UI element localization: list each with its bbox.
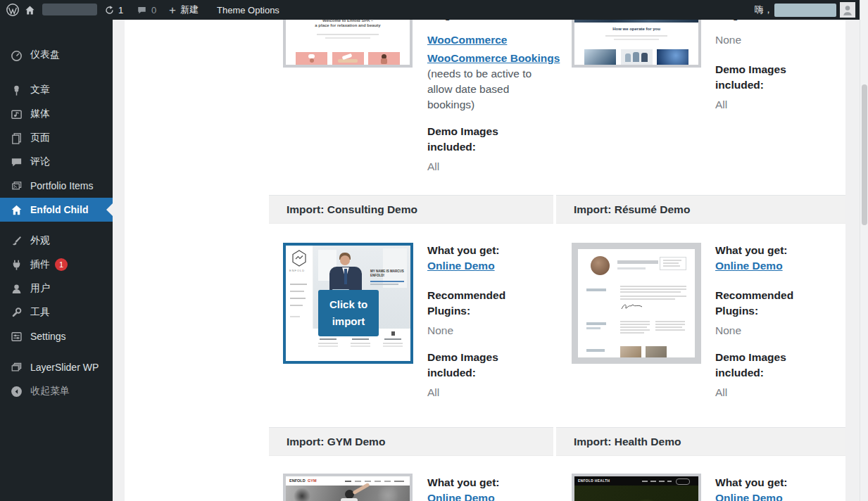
spa-thumb-block-3 — [368, 52, 400, 66]
section-header-resume: Import: Résumé Demo — [556, 195, 845, 224]
sidebar-item-appearance[interactable]: 外观 — [0, 229, 113, 253]
woocommerce-link[interactable]: WooCommerce — [427, 32, 507, 48]
resume-demo-details: What you get: Online Demo Recommended Pl… — [715, 243, 826, 400]
comments-icon — [9, 155, 23, 169]
plugins-value: None — [715, 32, 826, 48]
consulting-thumb-headline: MY NAME IS MARCUS ENFOLD! — [370, 269, 408, 278]
spa-thumb-textbar — [325, 37, 370, 39]
portfolio-icon — [9, 179, 23, 193]
new-label: 新建 — [180, 4, 199, 16]
sidebar-item-media[interactable]: 媒体 — [0, 102, 113, 126]
demo-images-included-label: Demo Images included: — [427, 124, 539, 155]
theme-options-button[interactable]: Theme Options — [217, 0, 279, 20]
demo-images-value: All — [427, 159, 539, 175]
health-thumb-header: ENFOLD HEALTH — [574, 476, 698, 486]
resume-thumb-signature — [620, 303, 644, 311]
what-you-get-label: What you get: — [715, 243, 826, 258]
pages-icon — [9, 131, 23, 145]
enfold-hexagon-logo — [291, 250, 308, 267]
online-demo-link[interactable]: Online Demo — [715, 258, 783, 274]
sidebar-item-users[interactable]: 用户 — [0, 277, 113, 300]
sidebar-item-pages[interactable]: 页面 — [0, 126, 113, 150]
health-demo-thumbnail[interactable]: ENFOLD HEALTH — [572, 474, 701, 501]
wordpress-logo[interactable] — [6, 0, 20, 20]
collapse-icon — [9, 384, 23, 398]
demo-images-included-label: Demo Images included: — [715, 350, 826, 381]
current-item-arrow — [106, 203, 113, 216]
visit-site-button[interactable] — [24, 0, 36, 20]
plugins-icon — [9, 258, 23, 272]
consulting-thumb-logo-text: ENFOLD — [289, 268, 305, 273]
admin-sidebar: 仪表盘 文章 媒体 页面 评论 — [0, 20, 113, 501]
section-header-consulting: Import: Consulting Demo — [269, 195, 553, 224]
gym-thumb-logo: ENFOLD — [289, 478, 306, 483]
consulting-demo-details: What you get: Online Demo Recommended Pl… — [427, 243, 539, 400]
sidebar-item-dashboard[interactable]: 仪表盘 — [0, 43, 113, 67]
woocommerce-bookings-link[interactable]: WooCommerce Bookings — [427, 51, 560, 66]
demo-images-value: All — [427, 385, 539, 400]
theme-options-label: Theme Options — [217, 5, 279, 15]
scrollbar-track[interactable] — [860, 0, 868, 501]
layerslider-icon — [9, 360, 23, 374]
demo-images-included-label: Demo Images included: — [427, 350, 539, 381]
health-demo-details: What you get: Online Demo — [715, 475, 826, 501]
recommended-plugins-label: Recommended Plugins: — [715, 288, 826, 319]
updates-button[interactable]: 1 — [104, 0, 123, 20]
what-you-get-label: What you get: — [427, 475, 539, 490]
sidebar-item-enfold-child[interactable]: Enfold Child — [0, 198, 113, 222]
collapse-menu-button[interactable]: 收起菜单 — [0, 379, 113, 403]
gym-thumb-header: ENFOLD GYM — [286, 476, 410, 486]
sidebar-item-portfolio[interactable]: Portfolio Items — [0, 174, 113, 198]
health-thumb-photo — [574, 486, 698, 501]
tools-icon — [9, 305, 23, 319]
my-account[interactable]: 嗨， — [755, 0, 855, 20]
spa-thumb-textbar — [317, 34, 379, 35]
demo-images-included-label: Demo Images included: — [715, 62, 826, 93]
sidebar-item-settings[interactable]: Settings — [0, 324, 113, 348]
online-demo-link[interactable]: Online Demo — [715, 490, 783, 501]
sidebar-item-comments[interactable]: 评论 — [0, 150, 113, 174]
resume-thumb-sample-1 — [620, 346, 641, 357]
business-thumb-textbar — [605, 35, 667, 37]
spa-thumb-block-2 — [332, 52, 364, 66]
spa-demo-details: Recommended Plugins: WooCommerce WooComm… — [427, 0, 539, 175]
plugins-value: None — [715, 323, 826, 338]
consulting-demo-thumbnail[interactable]: MY NAME IS MARCUS ENFOLD! ENFOLD — [283, 243, 413, 364]
sidebar-item-layerslider[interactable]: LayerSlider WP — [0, 355, 113, 379]
section-header-health: Import: Health Demo — [556, 427, 845, 456]
scrollbar-thumb[interactable] — [862, 84, 867, 225]
sidebar-item-tools[interactable]: 工具 — [0, 300, 113, 324]
plugins-value: None — [427, 323, 539, 338]
click-to-import-button[interactable]: Click to import — [318, 290, 379, 336]
settings-icon — [9, 329, 23, 343]
new-content-button[interactable]: + 新建 — [169, 0, 199, 20]
posts-icon — [9, 83, 23, 97]
avatar — [840, 2, 855, 18]
gym-demo-thumbnail[interactable]: ENFOLD GYM — [283, 474, 413, 501]
sidebar-item-plugins[interactable]: 插件 1 — [0, 253, 113, 277]
admin-bar: 1 0 + 新建 Theme Options 嗨， — [0, 0, 868, 20]
plugin-note: (needs to be active to allow date based … — [427, 68, 532, 110]
demo-images-value: All — [715, 97, 826, 113]
online-demo-link[interactable]: Online Demo — [427, 258, 495, 274]
appearance-icon — [9, 234, 23, 248]
business-thumb-photo-2 — [621, 49, 653, 65]
wordpress-admin-screen: Welcome to Enfold SPA – a place for rela… — [0, 0, 868, 501]
resume-demo-thumbnail[interactable] — [572, 243, 701, 364]
what-you-get-label: What you get: — [715, 475, 826, 490]
business-thumb-photo-3 — [657, 49, 688, 65]
sidebar-item-posts[interactable]: 文章 — [0, 78, 113, 102]
home-icon — [9, 203, 23, 217]
comments-button[interactable]: 0 — [137, 0, 156, 20]
home-icon — [24, 4, 36, 16]
gym-thumb-photo — [286, 486, 410, 501]
health-thumb-logo: ENFOLD HEALTH — [578, 479, 610, 483]
resume-thumb-addressbox — [660, 257, 686, 270]
dashboard-icon — [9, 48, 23, 62]
plugins-update-badge: 1 — [55, 258, 68, 271]
users-icon — [9, 281, 23, 296]
site-name-redacted[interactable] — [42, 4, 97, 15]
gym-thumb-logo-accent: GYM — [308, 478, 317, 483]
comment-icon — [137, 5, 147, 15]
online-demo-link[interactable]: Online Demo — [427, 490, 495, 501]
